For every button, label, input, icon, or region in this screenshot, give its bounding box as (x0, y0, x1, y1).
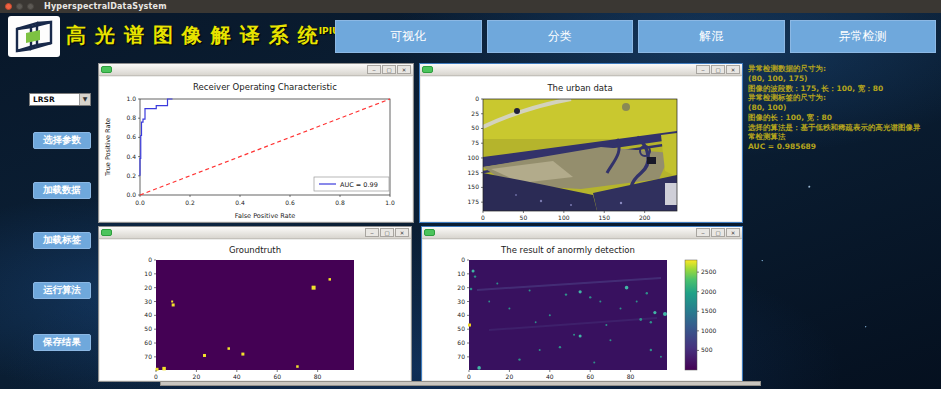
svg-text:2500: 2500 (701, 268, 716, 275)
svg-text:200: 200 (639, 214, 651, 221)
roc-plot-canvas: Receiver Operating Characteristic0.00.20… (100, 77, 412, 221)
maximize-icon[interactable]: ▢ (711, 65, 725, 74)
load-data-button[interactable]: 加载数据 (33, 182, 91, 199)
svg-text:40: 40 (233, 373, 241, 380)
cube-logo-icon (11, 18, 57, 55)
info-line: 选择的算法是：基于低秩和稀疏表示的高光谱图像异 (748, 123, 938, 133)
minimize-icon[interactable]: ‒ (696, 228, 710, 237)
urban-window-controls: ‒ ▢ ✕ (696, 65, 740, 74)
horizontal-scrollbar[interactable] (160, 381, 761, 386)
qt-window-icon (101, 66, 112, 73)
info-line: AUC = 0.985689 (748, 142, 938, 152)
load-labels-button[interactable]: 加载标签 (33, 232, 91, 249)
close-icon[interactable] (5, 3, 12, 10)
svg-text:0: 0 (148, 256, 152, 263)
svg-text:0.4: 0.4 (126, 153, 136, 160)
roc-plot-window: ‒ ▢ ✕ Receiver Operating Characteristic0… (98, 63, 414, 223)
svg-text:50: 50 (471, 124, 479, 131)
svg-text:0: 0 (467, 373, 471, 380)
close-icon[interactable]: ✕ (395, 228, 409, 237)
svg-text:20: 20 (457, 284, 465, 291)
svg-text:60: 60 (586, 373, 594, 380)
select-parameters-button[interactable]: 选择参数 (33, 132, 91, 149)
minimize-icon[interactable]: ‒ (696, 65, 710, 74)
algorithm-dropdown[interactable]: LRSR ▼ (29, 93, 91, 106)
nav-button-anomaly-detection[interactable]: 异常检测 (790, 20, 937, 53)
svg-text:40: 40 (546, 373, 554, 380)
svg-text:Groundtruth: Groundtruth (229, 245, 281, 255)
svg-text:The urban data: The urban data (546, 83, 612, 93)
svg-text:40: 40 (144, 311, 152, 318)
svg-text:30: 30 (457, 298, 465, 305)
main-area: LRSR ▼ 选择参数 加载数据 加载标签 运行算法 保存结果 ‒ ▢ ✕ (0, 60, 941, 389)
close-icon[interactable]: ✕ (726, 228, 740, 237)
maximize-icon[interactable]: ▢ (382, 65, 396, 74)
svg-text:True Positive Rate: True Positive Rate (104, 118, 112, 177)
nav-button-classification[interactable]: 分类 (487, 20, 634, 53)
urban-false-color-image (483, 99, 677, 211)
svg-text:10: 10 (144, 270, 152, 277)
svg-text:150: 150 (468, 183, 480, 190)
minimize-icon[interactable]: ‒ (365, 228, 379, 237)
info-line: 图像的波段数：175, 长：100, 宽：80 (748, 84, 938, 94)
anomaly-chart: The result of anormly detection020406080… (423, 240, 741, 380)
svg-text:0: 0 (154, 373, 158, 380)
svg-text:50: 50 (457, 325, 465, 332)
groundtruth-window: ‒ ▢ ✕ Groundtruth02040608001020304050607… (98, 226, 412, 382)
info-line: (80, 100, 175) (748, 74, 938, 84)
svg-text:80: 80 (627, 373, 635, 380)
svg-text:0.8: 0.8 (126, 114, 136, 121)
maximize-icon[interactable]: ▢ (711, 228, 725, 237)
minimize-icon[interactable] (16, 3, 23, 10)
svg-text:10: 10 (457, 270, 465, 277)
svg-text:0.0: 0.0 (135, 199, 145, 206)
os-titlebar: HyperspectralDataSystem (0, 0, 941, 13)
svg-text:False Positive Rate: False Positive Rate (235, 212, 295, 220)
svg-text:0: 0 (461, 256, 465, 263)
svg-text:20: 20 (193, 373, 201, 380)
svg-text:50: 50 (144, 325, 152, 332)
maximize-icon[interactable] (27, 3, 34, 10)
svg-text:0.6: 0.6 (126, 133, 136, 140)
svg-text:60: 60 (457, 339, 465, 346)
svg-text:70: 70 (457, 353, 465, 360)
minimize-icon[interactable]: ‒ (367, 65, 381, 74)
qt-window-icon (422, 66, 433, 73)
svg-text:2000: 2000 (701, 288, 716, 295)
nav-button-unmixing[interactable]: 解混 (638, 20, 785, 53)
close-icon[interactable]: ✕ (397, 65, 411, 74)
app-window: HyperspectralDataSystem 高 光 谱 图 像 解 译 系 … (0, 0, 941, 389)
svg-text:0.0: 0.0 (126, 191, 136, 198)
svg-text:60: 60 (144, 339, 152, 346)
svg-text:80: 80 (314, 373, 322, 380)
anomaly-window-titlebar[interactable]: ‒ ▢ ✕ (422, 227, 742, 239)
svg-text:150: 150 (599, 214, 611, 221)
urban-window-titlebar[interactable]: ‒ ▢ ✕ (420, 64, 742, 76)
run-algorithm-button[interactable]: 运行算法 (33, 282, 91, 299)
screen: HyperspectralDataSystem 高 光 谱 图 像 解 译 系 … (0, 0, 941, 419)
header: 高 光 谱 图 像 解 译 系 统IPIU 可视化 分类 解混 异常检测 (0, 13, 941, 60)
svg-text:100: 100 (558, 214, 570, 221)
anomaly-plot-canvas: The result of anormly detection020406080… (423, 240, 741, 380)
svg-text:60: 60 (273, 373, 281, 380)
svg-text:AUC = 0.99: AUC = 0.99 (340, 181, 378, 189)
groundtruth-window-titlebar[interactable]: ‒ ▢ ✕ (99, 227, 411, 239)
result-info-panel: 异常检测数据的尺寸为:(80, 100, 175)图像的波段数：175, 长：1… (748, 64, 938, 152)
nav-button-visualization[interactable]: 可视化 (335, 20, 482, 53)
main-nav: 可视化 分类 解混 异常检测 (335, 20, 936, 53)
app-logo (8, 16, 60, 57)
groundtruth-chart: Groundtruth020406080010203040506070 (100, 240, 410, 380)
window-title: HyperspectralDataSystem (44, 2, 167, 11)
qt-window-icon (424, 229, 435, 236)
save-results-button[interactable]: 保存结果 (33, 334, 91, 351)
chevron-down-icon[interactable]: ▼ (79, 94, 90, 105)
svg-text:125: 125 (468, 169, 480, 176)
maximize-icon[interactable]: ▢ (380, 228, 394, 237)
roc-window-titlebar[interactable]: ‒ ▢ ✕ (99, 64, 413, 76)
svg-text:20: 20 (506, 373, 514, 380)
qt-window-icon (101, 229, 112, 236)
close-icon[interactable]: ✕ (726, 65, 740, 74)
svg-text:0.8: 0.8 (335, 199, 345, 206)
roc-window-controls: ‒ ▢ ✕ (367, 65, 411, 74)
svg-text:75: 75 (471, 139, 479, 146)
